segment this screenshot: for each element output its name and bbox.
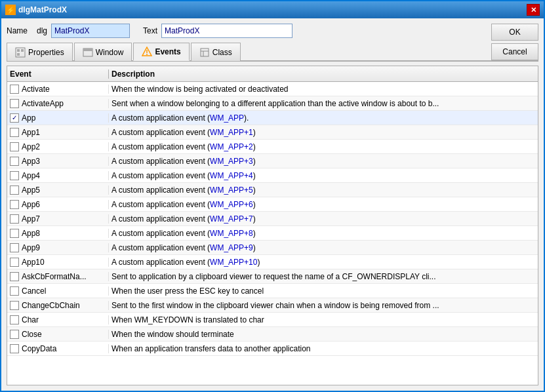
- event-name: App8: [22, 229, 40, 238]
- cell-event: ✓App: [7, 113, 109, 123]
- prefix-label: dlg: [37, 26, 47, 35]
- table-header: Event Description: [7, 66, 538, 82]
- event-checkbox[interactable]: [10, 315, 19, 324]
- cell-description: A custom application event (WM_APP+9): [109, 243, 538, 252]
- cell-description: A custom application event (WM_APP+1): [109, 128, 538, 137]
- svg-rect-3: [17, 53, 20, 56]
- event-name: CopyData: [22, 344, 56, 353]
- event-checkbox[interactable]: [10, 330, 19, 339]
- text-label: Text: [143, 26, 157, 35]
- event-checkbox[interactable]: [10, 243, 19, 252]
- cell-event: App3: [7, 157, 109, 166]
- cell-description: Sent to the first window in the clipboar…: [109, 301, 538, 310]
- tabs-row: Properties Window: [7, 42, 538, 62]
- event-checkbox[interactable]: [10, 186, 19, 195]
- text-input[interactable]: [161, 24, 293, 38]
- cell-description: A custom application event (WM_APP+4): [109, 171, 538, 180]
- cell-event: Close: [7, 330, 109, 339]
- table-row: App6A custom application event (WM_APP+6…: [7, 197, 538, 212]
- table-row: App1A custom application event (WM_APP+1…: [7, 125, 538, 140]
- svg-rect-5: [83, 49, 92, 51]
- cell-event: ActivateApp: [7, 99, 109, 108]
- event-checkbox[interactable]: [10, 171, 19, 180]
- cell-event: App8: [7, 229, 109, 238]
- cell-description: A custom application event (WM_APP+6): [109, 200, 538, 209]
- event-checkbox[interactable]: [10, 128, 19, 137]
- cell-event: App9: [7, 243, 109, 252]
- tab-properties[interactable]: Properties: [7, 43, 73, 61]
- event-checkbox[interactable]: [10, 85, 19, 94]
- cell-description: When the window is being activated or de…: [109, 85, 538, 94]
- event-checkbox[interactable]: [10, 157, 19, 166]
- event-name: App: [22, 113, 35, 123]
- name-input[interactable]: [51, 24, 130, 38]
- event-checkbox[interactable]: [10, 272, 19, 281]
- cell-event: Char: [7, 315, 109, 324]
- event-name: App10: [22, 258, 45, 267]
- event-checkbox[interactable]: [10, 258, 19, 267]
- ok-cancel-area: OK Cancel: [491, 24, 538, 60]
- table-row: ActivateWhen the window is being activat…: [7, 82, 538, 96]
- table-row: ActivateAppSent when a window belonging …: [7, 96, 538, 111]
- event-checkbox[interactable]: [10, 214, 19, 224]
- event-name: ActivateApp: [22, 99, 64, 108]
- close-button[interactable]: ✕: [527, 4, 540, 16]
- event-checkbox[interactable]: [10, 200, 19, 209]
- cell-event: App6: [7, 200, 109, 209]
- events-icon: [142, 47, 152, 57]
- cell-description: A custom application event (WM_APP+3): [109, 157, 538, 166]
- main-window: ⚡ dlgMatProdX ✕ Name dlg Text: [0, 0, 545, 392]
- table-row: ChangeCbChainSent to the first window in…: [7, 298, 538, 313]
- cell-event: App7: [7, 214, 109, 224]
- event-name: App2: [22, 142, 40, 151]
- table-row: CopyDataWhen an application transfers da…: [7, 342, 538, 356]
- tab-window[interactable]: Window: [74, 43, 132, 61]
- cell-event: CopyData: [7, 344, 109, 353]
- event-checkbox[interactable]: ✓: [10, 113, 19, 123]
- table-row: App9A custom application event (WM_APP+9…: [7, 241, 538, 255]
- event-checkbox[interactable]: [10, 142, 19, 151]
- cell-event: ChangeCbChain: [7, 301, 109, 310]
- cell-event: AskCbFormatNa...: [7, 272, 109, 281]
- top-row: Name dlg Text: [7, 24, 538, 38]
- table-row: App3A custom application event (WM_APP+3…: [7, 154, 538, 168]
- cell-description: A custom application event (WM_APP+5): [109, 186, 538, 195]
- tab-class[interactable]: Class: [191, 43, 241, 61]
- class-icon: [199, 47, 210, 58]
- cell-event: Cancel: [7, 286, 109, 296]
- event-name: AskCbFormatNa...: [22, 272, 87, 281]
- event-name: App7: [22, 214, 40, 224]
- svg-rect-1: [17, 49, 20, 52]
- cell-event: Activate: [7, 85, 109, 94]
- tab-class-label: Class: [212, 48, 232, 57]
- cancel-button[interactable]: Cancel: [491, 43, 538, 60]
- event-checkbox[interactable]: [10, 229, 19, 238]
- tab-events[interactable]: Events: [133, 43, 189, 61]
- cell-description: A custom application event (WM_APP).: [109, 113, 538, 123]
- cell-description: When the window should terminate: [109, 330, 538, 339]
- event-name: App1: [22, 128, 40, 137]
- window-title: dlgMatProdX: [18, 5, 67, 14]
- ok-button[interactable]: OK: [491, 24, 538, 41]
- event-name: App5: [22, 186, 40, 195]
- event-name: App4: [22, 171, 40, 180]
- event-checkbox[interactable]: [10, 301, 19, 310]
- event-checkbox[interactable]: [10, 344, 19, 353]
- properties-icon: [15, 47, 26, 58]
- table-row: App7A custom application event (WM_APP+7…: [7, 212, 538, 226]
- svg-rect-2: [21, 49, 24, 52]
- cell-event: App5: [7, 186, 109, 195]
- table-row: App8A custom application event (WM_APP+8…: [7, 226, 538, 241]
- cell-event: App10: [7, 258, 109, 267]
- event-checkbox[interactable]: [10, 99, 19, 108]
- table-row: ✓AppA custom application event (WM_APP).: [7, 111, 538, 125]
- event-name: App9: [22, 243, 40, 252]
- title-bar-left: ⚡ dlgMatProdX: [5, 5, 67, 15]
- cell-description: Sent when a window belonging to a differ…: [109, 99, 538, 108]
- event-checkbox[interactable]: [10, 286, 19, 296]
- cell-event: App4: [7, 171, 109, 180]
- table-body[interactable]: ActivateWhen the window is being activat…: [7, 82, 538, 385]
- table-row: CancelWhen the user press the ESC key to…: [7, 284, 538, 298]
- col-event-header: Event: [7, 69, 109, 79]
- cell-description: When the user press the ESC key to cance…: [109, 286, 538, 296]
